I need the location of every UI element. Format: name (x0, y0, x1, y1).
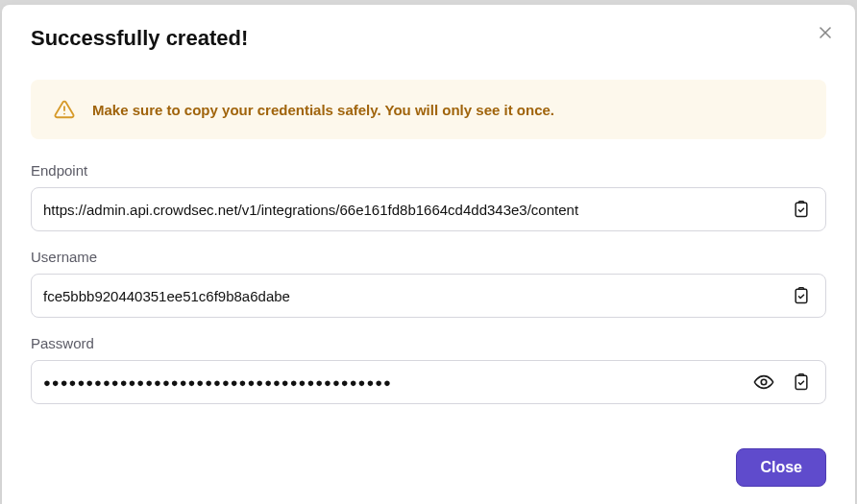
modal-title: Successfully created! (31, 26, 248, 51)
close-button[interactable]: Close (736, 448, 826, 487)
warning-alert: Make sure to copy your credentials safel… (31, 80, 826, 139)
password-label: Password (31, 335, 826, 351)
endpoint-field-group: Endpoint https://admin.api.crowdsec.net/… (31, 162, 826, 231)
username-value[interactable]: fce5bbb920440351ee51c6f9b8a6dabe (43, 288, 779, 304)
endpoint-field: https://admin.api.crowdsec.net/v1/integr… (31, 187, 826, 231)
password-value[interactable]: ●●●●●●●●●●●●●●●●●●●●●●●●●●●●●●●●●●●●●●●●… (43, 375, 741, 390)
svg-point-6 (761, 379, 767, 385)
username-field-group: Username fce5bbb920440351ee51c6f9b8a6dab… (31, 249, 826, 318)
copy-icon[interactable] (787, 195, 816, 224)
warning-text: Make sure to copy your credentials safel… (92, 102, 554, 118)
endpoint-value[interactable]: https://admin.api.crowdsec.net/v1/integr… (43, 202, 779, 218)
svg-rect-5 (796, 289, 807, 302)
svg-rect-4 (796, 203, 807, 216)
endpoint-label: Endpoint (31, 162, 826, 179)
svg-rect-7 (796, 375, 807, 389)
warning-icon (54, 99, 75, 120)
copy-icon[interactable] (787, 368, 816, 396)
credentials-modal: Successfully created! Make sure to copy … (2, 5, 855, 504)
modal-footer: Close (31, 448, 826, 487)
username-label: Username (31, 249, 826, 265)
copy-icon[interactable] (787, 281, 816, 310)
password-field-group: Password ●●●●●●●●●●●●●●●●●●●●●●●●●●●●●●●… (31, 335, 826, 404)
eye-icon[interactable] (748, 367, 779, 397)
modal-header: Successfully created! (31, 26, 826, 51)
close-icon[interactable] (817, 24, 834, 44)
password-field: ●●●●●●●●●●●●●●●●●●●●●●●●●●●●●●●●●●●●●●●●… (31, 360, 826, 404)
username-field: fce5bbb920440351ee51c6f9b8a6dabe (31, 274, 826, 318)
